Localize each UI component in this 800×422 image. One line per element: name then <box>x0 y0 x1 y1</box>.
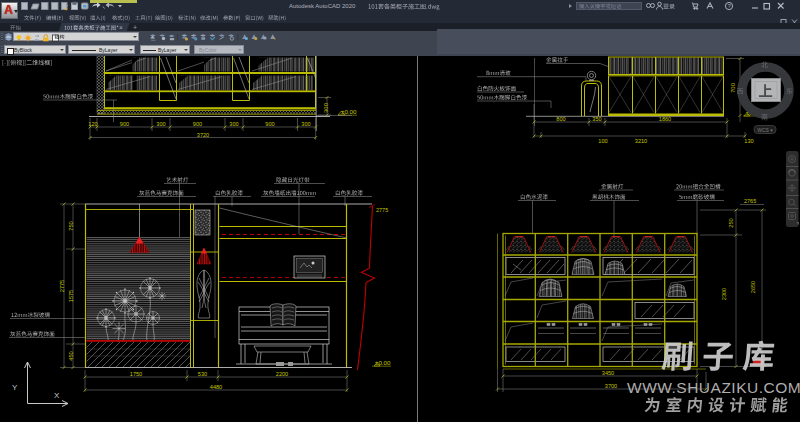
svg-text:250: 250 <box>728 218 734 227</box>
svg-text:700: 700 <box>730 82 736 93</box>
svg-text:±0.00: ±0.00 <box>375 359 391 366</box>
svg-text:3720: 3720 <box>197 132 209 138</box>
svg-text:2650: 2650 <box>750 281 756 293</box>
svg-text:WCS ▾: WCS ▾ <box>757 127 773 133</box>
svg-text:3210: 3210 <box>635 138 647 144</box>
svg-text:300: 300 <box>323 102 329 113</box>
svg-text:3450: 3450 <box>602 370 614 376</box>
svg-text:120: 120 <box>88 121 97 127</box>
svg-text:?: ? <box>728 3 732 9</box>
svg-text:1750: 1750 <box>130 371 142 377</box>
svg-text:1860: 1860 <box>659 116 671 122</box>
svg-text:2200: 2200 <box>276 371 288 377</box>
svg-text:300: 300 <box>156 121 165 127</box>
svg-text:X: X <box>54 391 60 400</box>
svg-text:900: 900 <box>265 121 274 127</box>
svg-text:900: 900 <box>193 121 202 127</box>
svg-text:2765: 2765 <box>744 198 756 204</box>
svg-text:900: 900 <box>120 121 129 127</box>
svg-text:450: 450 <box>68 351 74 360</box>
svg-text:350: 350 <box>592 116 601 122</box>
svg-text:750: 750 <box>68 221 74 230</box>
svg-text:800: 800 <box>556 116 565 122</box>
svg-text:300: 300 <box>229 121 238 127</box>
svg-text:1575: 1575 <box>68 290 74 302</box>
svg-text:300: 300 <box>301 121 310 127</box>
svg-text:130: 130 <box>744 138 753 144</box>
svg-text:Y: Y <box>12 383 18 392</box>
svg-text:±0.00: ±0.00 <box>341 108 357 115</box>
svg-text:4480: 4480 <box>210 384 222 390</box>
svg-text:2300: 2300 <box>721 288 727 300</box>
svg-text:2775: 2775 <box>59 280 65 292</box>
svg-text:530: 530 <box>198 371 207 377</box>
svg-text:3700: 3700 <box>605 383 617 389</box>
svg-text:2775: 2775 <box>376 207 388 213</box>
svg-text:100: 100 <box>598 138 607 144</box>
